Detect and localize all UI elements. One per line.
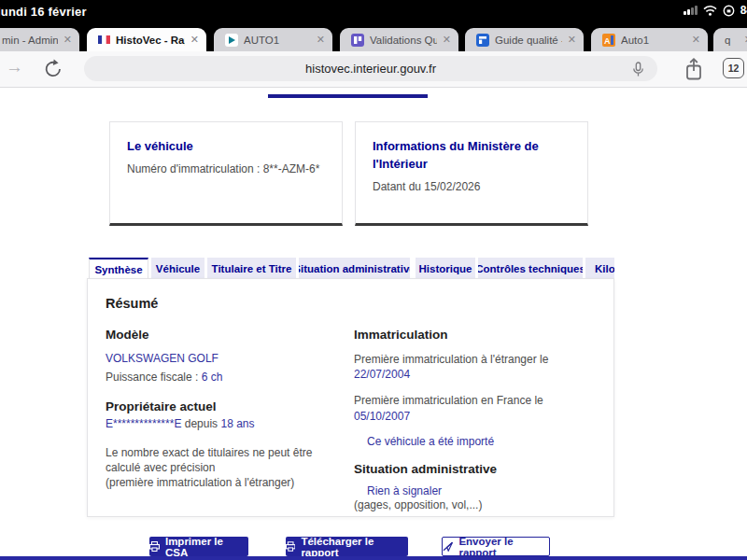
url-bar[interactable]: histovec.interieur.gouv.fr: [84, 56, 657, 81]
ministry-card-title: Informations du Ministère de l'Intérieur: [373, 138, 571, 174]
download-report-button[interactable]: Télécharger le rapport: [286, 537, 408, 556]
tab-count-button[interactable]: 12: [723, 58, 744, 78]
printer-icon: [149, 541, 160, 552]
auto1-flag-icon: [225, 34, 238, 47]
situation-heading: Situation administrative: [354, 462, 599, 476]
screen: lundi 16 février 84 min - Admin ✕ Hi: [0, 0, 747, 560]
ministry-card: Informations du Ministère de l'Intérieur…: [355, 121, 588, 226]
tab-historique[interactable]: Historique: [416, 258, 475, 279]
status-bar: lundi 16 février 84: [0, 0, 747, 24]
send-report-button[interactable]: Envoyer le rapport: [442, 537, 550, 556]
close-icon[interactable]: ✕: [63, 34, 72, 46]
situation-note: (gages, opposition, vol,...): [354, 497, 599, 512]
immatriculation-heading: Immatriculation: [354, 328, 599, 342]
status-date: lundi 16 février: [0, 5, 87, 19]
print-csa-button[interactable]: Imprimer le CSA: [149, 537, 248, 556]
svg-text:A: A: [604, 35, 611, 45]
status-icons: 84: [684, 4, 747, 17]
printer-icon: [286, 541, 295, 552]
report-tabs: Synthèse Véhicule Titulaire et Titre Sit…: [87, 258, 614, 279]
browser-tab-auto1[interactable]: A Auto1 ✕: [591, 28, 708, 51]
orange-a1-icon: A: [602, 34, 615, 47]
cellular-signal-icon: [684, 6, 698, 15]
histovec-page: Le véhicule Numéro d'immatriculation : 8…: [0, 89, 747, 560]
owner-note-2: (première immatriculation à l'étranger): [106, 475, 341, 490]
tab-titulaire[interactable]: Titulaire et Titre: [207, 258, 296, 279]
send-icon: [443, 541, 453, 552]
browser-tab-guide[interactable]: Guide qualité - ✕: [465, 28, 584, 51]
battery-percent: 84: [740, 4, 747, 17]
first-registration-abroad: Première immatriculation à l'étranger le…: [354, 352, 599, 382]
imported-vehicle-link[interactable]: Ce véhicule a été importé: [367, 435, 599, 448]
close-icon[interactable]: ✕: [443, 34, 451, 46]
browser-tab-admin[interactable]: min - Admin ✕: [0, 28, 79, 51]
resume-heading: Résumé: [106, 296, 158, 311]
fiscal-power: Puissance fiscale : 6 ch: [106, 370, 341, 385]
owner-heading: Propriétaire actuel: [106, 399, 341, 413]
french-flag-icon: [98, 35, 110, 44]
browser-tab-strip: min - Admin ✕ HistoVec - Rap ✕ AUTO1 ✕ V…: [0, 24, 747, 51]
model-value: VOLKSWAGEN GOLF: [106, 351, 341, 366]
owner-note: Le nombre exact de titulaires ne peut êt…: [106, 445, 341, 475]
close-icon[interactable]: ✕: [317, 34, 325, 46]
url-text: histovec.interieur.gouv.fr: [305, 62, 436, 76]
tab-situation[interactable]: Situation administrative: [299, 258, 410, 279]
browser-tab-partial[interactable]: q ✕: [713, 28, 747, 51]
close-icon[interactable]: ✕: [568, 34, 576, 46]
close-icon[interactable]: ✕: [190, 34, 199, 46]
forward-icon[interactable]: →: [6, 57, 23, 77]
owner-line: E**************E depuis 18 ans: [106, 416, 341, 431]
actions-row: Imprimer le CSA Télécharger le rapport E…: [0, 537, 747, 557]
footer-strip: [0, 556, 747, 560]
browser-tab-validations[interactable]: Validations Qu ✕: [340, 28, 458, 51]
tab-kilometrage[interactable]: Kilométrage: [585, 258, 614, 279]
purple-board-icon: [351, 34, 364, 47]
browser-tab-auto1-app[interactable]: AUTO1 ✕: [214, 28, 332, 51]
tab-vehicule[interactable]: Véhicule: [151, 258, 204, 279]
report-date: Datant du 15/02/2026: [373, 180, 571, 193]
synthese-panel: Résumé Modèle VOLKSWAGEN GOLF Puissance …: [87, 278, 614, 517]
tab-controles[interactable]: Contrôles techniques: [478, 258, 583, 279]
browser-nav-row: → histovec.interieur.gouv.fr: [0, 51, 747, 88]
wifi-icon: [703, 6, 717, 16]
share-icon[interactable]: [683, 57, 705, 86]
rotation-lock-icon: [723, 5, 735, 17]
reload-icon[interactable]: [43, 58, 63, 84]
registration-number: Numéro d'immatriculation : 8**-AZM-6*: [127, 162, 325, 175]
nav-active-underline: [268, 94, 428, 98]
close-icon[interactable]: ✕: [692, 34, 700, 46]
browser-tab-histovec[interactable]: HistoVec - Rap ✕: [87, 28, 206, 51]
left-column: Modèle VOLKSWAGEN GOLF Puissance fiscale…: [106, 328, 341, 490]
model-heading: Modèle: [106, 328, 341, 342]
tab-synthese[interactable]: Synthèse: [89, 258, 148, 279]
mic-icon[interactable]: [632, 62, 644, 81]
nothing-to-report-link[interactable]: Rien à signaler: [367, 484, 599, 497]
right-column: Immatriculation Première immatriculation…: [354, 328, 599, 512]
blue-layout-icon: [476, 34, 489, 47]
vehicle-card: Le véhicule Numéro d'immatriculation : 8…: [109, 121, 343, 226]
vehicle-card-title: Le véhicule: [127, 138, 325, 156]
first-registration-france: Première immatriculation en France le 05…: [354, 393, 599, 423]
